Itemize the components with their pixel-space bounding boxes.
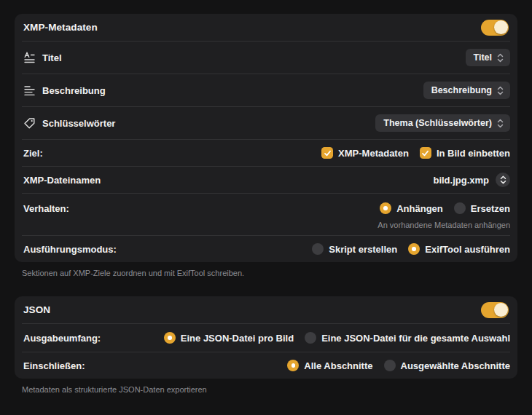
chevron-updown-icon	[497, 86, 504, 95]
mapping-row-description: Beschreibung Beschreibung	[15, 74, 517, 106]
popup-value: Titel	[474, 52, 492, 63]
xmp-metadata-card: XMP-Metadaten Titel Tit	[15, 14, 517, 262]
textformat-icon	[23, 52, 36, 64]
xmp-filename-row: XMP-Dateinamen bild.jpg.xmp	[15, 167, 517, 193]
schluesselwoerter-field-popup[interactable]: Thema (Schlüsselwörter)	[375, 114, 510, 132]
radio-label: Ausgewählte Abschnitte	[401, 360, 510, 371]
radio-label: Skript erstellen	[329, 244, 397, 255]
json-card-header: JSON	[15, 296, 517, 323]
json-card: JSON Ausgabeumfang: Eine JSON-Datei pro …	[15, 296, 517, 379]
chevron-updown-icon	[497, 53, 504, 63]
radio-skript-erstellen[interactable]: Skript erstellen	[312, 243, 397, 255]
ziel-row: Ziel: XMP-Metadaten In Bild einbetten	[15, 140, 517, 166]
checkbox-label: In Bild einbetten	[437, 148, 510, 159]
filename-stepper-button[interactable]	[496, 173, 510, 187]
text-align-icon	[23, 84, 36, 97]
einschliessen-label: Einschließen:	[23, 360, 85, 371]
radio-exiftool-ausfuehren[interactable]: ExifTool ausführen	[408, 243, 510, 255]
verhalten-row: Verhalten: Anhängen Ersetzen An vorhande…	[15, 194, 517, 235]
radio-json-pro-bild[interactable]: Eine JSON-Datei pro Bild	[164, 332, 294, 344]
ziel-label: Ziel:	[23, 148, 43, 159]
radio-json-gesamte-auswahl[interactable]: Eine JSON-Datei für die gesamte Auswahl	[305, 332, 510, 344]
radio-unselected-icon	[305, 332, 316, 344]
checkbox-xmp-metadaten[interactable]: XMP-Metadaten	[321, 147, 409, 159]
tag-icon	[23, 117, 36, 130]
row-label-titel: Titel	[42, 52, 62, 63]
row-label-schluesselwoerter: Schlüsselwörter	[42, 118, 115, 129]
radio-label: Anhängen	[396, 203, 443, 214]
radio-unselected-icon	[384, 360, 396, 371]
verhalten-caption: An vorhandene Metadaten anhängen	[23, 221, 510, 229]
radio-selected-icon	[287, 360, 299, 371]
beschreibung-field-popup[interactable]: Beschreibung	[423, 82, 510, 99]
checkbox-label: XMP-Metadaten	[338, 148, 409, 159]
radio-unselected-icon	[312, 243, 324, 255]
toggle-knob	[494, 303, 508, 317]
checkbox-checked-icon	[321, 147, 333, 159]
radio-ausgewaehlte-abschnitte[interactable]: Ausgewählte Abschnitte	[384, 360, 510, 371]
xmp-card-header: XMP-Metadaten	[15, 14, 517, 41]
radio-label: Eine JSON-Datei für die gesamte Auswahl	[321, 333, 510, 344]
mapping-row-keywords: Schlüsselwörter Thema (Schlüsselwörter)	[15, 107, 517, 139]
radio-unselected-icon	[454, 202, 466, 214]
radio-selected-icon	[408, 243, 420, 255]
verhalten-label: Verhalten:	[23, 203, 69, 214]
mapping-row-title: Titel Titel	[15, 42, 517, 74]
checkbox-checked-icon	[420, 147, 431, 159]
titel-field-popup[interactable]: Titel	[466, 49, 510, 66]
xmp-footer-note: Sektionen auf XMP-Ziele zuordnen und mit…	[22, 269, 510, 277]
radio-label: Alle Abschnitte	[304, 360, 372, 371]
xmp-card-title: XMP-Metadaten	[23, 22, 98, 33]
radio-anhaengen[interactable]: Anhängen	[380, 202, 443, 214]
ausgabeumfang-row: Ausgabeumfang: Eine JSON-Datei pro Bild …	[15, 324, 517, 352]
filename-label: XMP-Dateinamen	[23, 175, 101, 186]
toggle-knob	[494, 20, 508, 34]
radio-label: Eine JSON-Datei pro Bild	[181, 333, 294, 344]
json-enabled-toggle[interactable]	[481, 302, 509, 318]
modus-label: Ausführungsmodus:	[23, 244, 117, 255]
row-label-beschreibung: Beschreibung	[42, 85, 106, 96]
einschliessen-row: Einschließen: Alle Abschnitte Ausgewählt…	[15, 352, 517, 379]
radio-label: Ersetzen	[471, 203, 510, 214]
filename-value: bild.jpg.xmp	[433, 175, 489, 186]
radio-selected-icon	[380, 202, 391, 214]
umfang-label: Ausgabeumfang:	[23, 333, 101, 344]
json-footer-note: Metadaten als strukturierte JSON-Daten e…	[22, 385, 510, 394]
checkbox-in-bild-einbetten[interactable]: In Bild einbetten	[420, 147, 510, 159]
json-card-title: JSON	[23, 304, 50, 315]
radio-selected-icon	[164, 332, 176, 344]
radio-label: ExifTool ausführen	[425, 244, 510, 255]
popup-value: Beschreibung	[431, 85, 492, 95]
radio-alle-abschnitte[interactable]: Alle Abschnitte	[287, 360, 372, 371]
ausfuehrungsmodus-row: Ausführungsmodus: Skript erstellen ExifT…	[15, 236, 517, 262]
chevron-updown-icon	[497, 119, 504, 128]
radio-ersetzen[interactable]: Ersetzen	[454, 202, 510, 214]
popup-value: Thema (Schlüsselwörter)	[383, 118, 492, 128]
xmp-enabled-toggle[interactable]	[481, 20, 509, 36]
